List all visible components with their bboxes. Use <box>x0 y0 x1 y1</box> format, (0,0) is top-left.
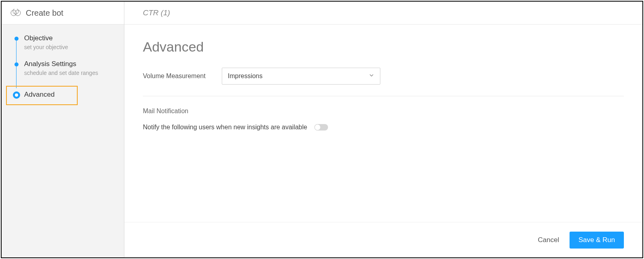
step-bullet-current-icon <box>13 91 20 99</box>
chevron-down-icon <box>369 73 374 80</box>
save-run-button[interactable]: Save & Run <box>570 232 624 249</box>
step-connector <box>16 66 17 88</box>
content-area: Advanced Volume Measurement Impressions … <box>124 25 642 222</box>
sidebar-title: Create bot <box>26 8 63 18</box>
volume-measurement-label: Volume Measurement <box>143 73 222 80</box>
step-title: Objective <box>24 34 118 42</box>
svg-point-1 <box>15 10 21 16</box>
volume-measurement-row: Volume Measurement Impressions <box>143 68 624 85</box>
step-connector <box>16 41 17 62</box>
app-logo-icon <box>10 9 21 17</box>
main-panel: CTR (1) Advanced Volume Measurement Impr… <box>124 2 642 257</box>
main-header: CTR (1) <box>124 2 642 25</box>
wizard-steps: Objective set your objective Analysis Se… <box>2 25 124 105</box>
sidebar: Create bot Objective set your objective … <box>2 2 124 257</box>
step-objective[interactable]: Objective set your objective <box>2 34 124 60</box>
breadcrumb: CTR (1) <box>143 8 170 17</box>
step-subtitle: set your objective <box>24 44 118 50</box>
step-subtitle: schedule and set date ranges <box>24 70 118 76</box>
notify-row: Notify the following users when new insi… <box>143 124 624 131</box>
section-divider <box>143 96 624 96</box>
step-title: Advanced <box>24 86 118 99</box>
svg-point-2 <box>13 9 19 14</box>
step-title: Analysis Settings <box>24 60 118 68</box>
step-bullet-icon <box>14 62 19 66</box>
select-value: Impressions <box>228 73 262 80</box>
step-bullet-icon <box>14 37 19 41</box>
page-title: Advanced <box>143 39 624 55</box>
notify-toggle[interactable] <box>314 124 328 131</box>
app-window: Create bot Objective set your objective … <box>1 1 643 258</box>
notify-label: Notify the following users when new insi… <box>143 124 307 131</box>
cancel-button[interactable]: Cancel <box>538 236 559 244</box>
step-analysis-settings[interactable]: Analysis Settings schedule and set date … <box>2 60 124 86</box>
volume-measurement-select[interactable]: Impressions <box>222 68 380 85</box>
footer-bar: Cancel Save & Run <box>124 222 642 257</box>
sidebar-header: Create bot <box>2 2 124 25</box>
mail-notification-heading: Mail Notification <box>143 108 624 115</box>
step-advanced[interactable]: Advanced <box>2 86 124 105</box>
